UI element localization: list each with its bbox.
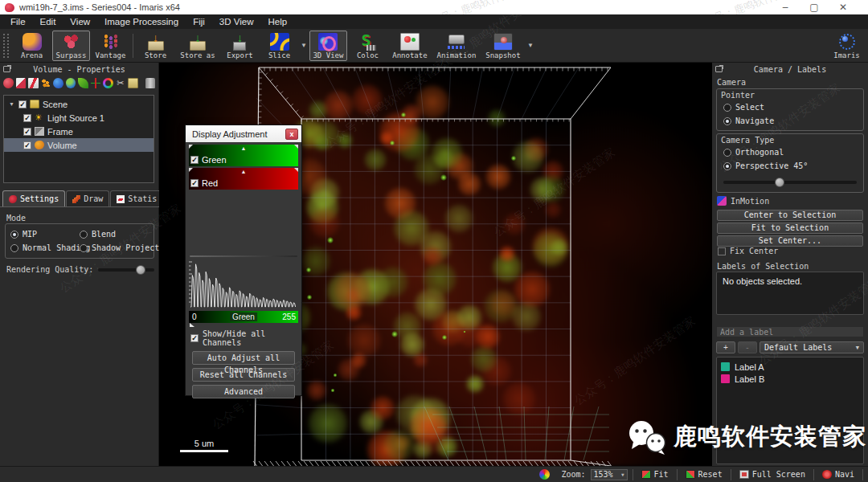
labels-listbox[interactable]: Label A Label B <box>716 357 864 464</box>
label-b-row[interactable]: Label B <box>721 373 859 385</box>
fit-to-selection-button[interactable]: Fit to Selection <box>717 223 863 234</box>
perspective-slider-handle[interactable] <box>775 178 784 187</box>
3d-viewport[interactable]: 5 um Display Adjustment x ▲ Green <box>159 63 712 466</box>
delete-icon[interactable] <box>145 78 156 88</box>
snapshot-button[interactable]: Snapshot <box>481 31 525 61</box>
store-as-button[interactable]: ↓ Store as <box>176 31 219 61</box>
3d-view-button[interactable]: 3D View <box>309 31 347 61</box>
channel-histogram[interactable] <box>189 259 298 310</box>
green-channel-checkbox[interactable] <box>190 156 199 164</box>
perspective-slider[interactable] <box>723 181 857 184</box>
animation-button[interactable]: Animation <box>433 31 480 61</box>
labels-dropdown[interactable]: Default Labels ▼ <box>760 341 864 353</box>
fit-button[interactable]: Fit <box>638 468 672 481</box>
tree-item-light-source[interactable]: ☀ Light Source 1 <box>4 111 154 125</box>
radio-orthogonal[interactable]: Orthogonal <box>723 148 784 157</box>
reset-channels-button[interactable]: Reset all Channels <box>192 368 295 382</box>
navi-button[interactable]: Navi <box>819 468 858 481</box>
show-hide-checkbox[interactable] <box>190 334 199 342</box>
arena-button[interactable]: Arena <box>13 31 51 61</box>
surpass-button[interactable]: Surpass <box>52 31 90 61</box>
channel-range-bar[interactable]: 0 Green 255 <box>189 311 298 323</box>
cut-icon[interactable]: ✂ <box>116 78 126 88</box>
menu-file[interactable]: File <box>3 14 33 29</box>
fix-center-row[interactable]: Fix Center <box>718 247 778 255</box>
add-reference-frame-icon[interactable] <box>66 78 76 88</box>
add-volume-icon[interactable] <box>3 78 14 88</box>
add-cells-icon[interactable] <box>53 78 63 88</box>
tree-item-volume[interactable]: Volume <box>4 138 154 152</box>
shadow-projection-radio[interactable] <box>80 244 88 252</box>
radio-select[interactable]: Select <box>723 103 764 112</box>
close-button[interactable]: ✕ <box>837 2 849 13</box>
annotate-button[interactable]: Annotate <box>388 31 432 61</box>
add-surfaces-icon[interactable] <box>16 78 27 88</box>
perspective-radio[interactable] <box>723 162 731 170</box>
advanced-button[interactable]: Advanced <box>192 385 295 398</box>
green-channel-strip[interactable]: ▲ Green <box>189 145 298 166</box>
radio-normal-shading[interactable]: Normal Shading <box>10 243 80 252</box>
store-button[interactable]: ↓ Store <box>137 31 174 61</box>
add-filament-icon[interactable] <box>78 78 88 88</box>
auto-adjust-button[interactable]: Auto Adjust all Channels <box>192 351 295 365</box>
tree-item-frame[interactable]: Frame <box>4 125 154 138</box>
reset-button[interactable]: Reset <box>682 468 726 481</box>
add-label-button[interactable]: + <box>716 341 735 353</box>
blend-slider-track[interactable] <box>190 255 297 257</box>
inmotion-toggle[interactable]: InMotion <box>717 196 769 206</box>
radio-mip[interactable]: MIP <box>10 230 80 239</box>
slice-button[interactable]: Slice <box>260 31 298 61</box>
menu-help[interactable]: Help <box>260 14 294 29</box>
maximize-button[interactable]: ▢ <box>809 2 820 13</box>
rendering-quality-handle[interactable] <box>136 265 145 275</box>
tab-statistics[interactable]: Statis <box>110 190 163 206</box>
menu-image-processing[interactable]: Image Processing <box>97 14 186 29</box>
normal-shading-radio[interactable] <box>10 244 18 252</box>
rendering-quality-slider[interactable] <box>98 268 154 272</box>
add-label-input[interactable] <box>716 326 864 337</box>
full-screen-button[interactable]: Full Screen <box>736 468 809 481</box>
remove-label-button[interactable]: - <box>738 341 757 353</box>
snapshot-dropdown-arrow[interactable]: ▼ <box>527 42 534 49</box>
select-radio[interactable] <box>723 104 731 112</box>
add-spots-icon[interactable] <box>41 78 51 88</box>
display-adjustment-titlebar[interactable]: Display Adjustment x <box>186 125 301 142</box>
red-channel-checkbox[interactable] <box>190 179 199 187</box>
frame-checkbox[interactable] <box>23 128 31 136</box>
zoom-select[interactable]: 153% ▼ <box>591 469 628 480</box>
tree-item-scene[interactable]: ▼ Scene <box>4 97 154 111</box>
scene-checkbox[interactable] <box>18 100 27 108</box>
volume-checkbox[interactable] <box>23 141 31 149</box>
menu-edit[interactable]: Edit <box>33 14 63 29</box>
imaris-button[interactable]: Imaris <box>828 31 866 61</box>
fix-center-checkbox[interactable] <box>718 247 726 255</box>
tab-settings[interactable]: Settings <box>2 190 65 206</box>
add-measurement-icon[interactable] <box>28 78 39 88</box>
mip-radio[interactable] <box>10 231 18 239</box>
radio-perspective[interactable]: Perspective 45° <box>723 161 808 170</box>
coloc-button[interactable]: Coloc <box>349 31 387 61</box>
expand-caret-icon[interactable]: ▼ <box>9 101 15 107</box>
center-to-selection-button[interactable]: Center to Selection <box>717 210 863 221</box>
show-hide-channels-row[interactable]: Show/Hide all Channels <box>190 329 297 347</box>
minimize-button[interactable]: – <box>780 2 791 13</box>
light-source-checkbox[interactable] <box>23 114 31 122</box>
tab-draw[interactable]: Draw <box>66 190 109 206</box>
green-mid-marker[interactable]: ▲ <box>241 145 247 151</box>
selection-listbox[interactable]: No objects selected. <box>716 272 864 315</box>
vantage-button[interactable]: Vantage <box>92 31 129 61</box>
group-folder-icon[interactable] <box>128 78 138 88</box>
display-adjustment-close-icon[interactable]: x <box>285 129 298 140</box>
menu-fiji[interactable]: Fiji <box>186 14 212 29</box>
menu-view[interactable]: View <box>63 14 97 29</box>
red-channel-strip[interactable]: ▲ Red <box>189 168 298 190</box>
menu-3d-view[interactable]: 3D View <box>212 14 261 29</box>
orthogonal-radio[interactable] <box>723 149 731 157</box>
range-notch[interactable] <box>190 323 194 327</box>
toolbar-grip[interactable] <box>3 34 9 58</box>
red-mid-marker[interactable]: ▲ <box>241 169 247 174</box>
add-axis-icon[interactable] <box>91 78 101 88</box>
export-button[interactable]: ↓ Export <box>221 31 259 61</box>
radio-navigate[interactable]: Navigate <box>723 116 774 125</box>
navigate-radio[interactable] <box>723 117 731 125</box>
